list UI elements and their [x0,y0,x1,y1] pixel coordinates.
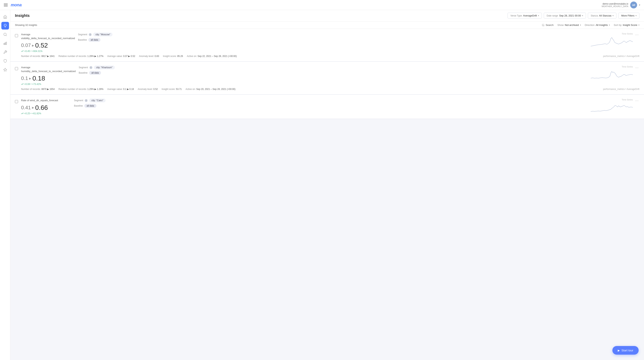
insight-3-val-old: 0.41 [21,105,31,110]
insight-2-active: Active on: Sep 20, 2021 – Sep 28, 2021 (… [186,88,236,90]
insight-2-baseline-label: Baseline [79,72,88,74]
main-content: Insights Verse Type AverageDrift ▾ Date … [10,10,644,360]
insight-3-more-button[interactable]: ⋯ [634,98,640,103]
insight-2-val-new: 0.18 [32,74,45,82]
stanza-arrow-icon: ▾ [612,14,614,17]
sidebar-item-home[interactable] [1,13,9,21]
direction-filter-item[interactable]: Direction All Insights ▾ [585,24,610,26]
direction-label: Direction [585,24,594,26]
home-icon [3,15,7,19]
verse-type-label: Verse Type [510,14,522,17]
svg-rect-3 [5,43,5,45]
insight-3-baseline-label: Baseline [74,104,83,107]
sidebar-item-search[interactable] [1,31,9,38]
show-filter-item[interactable]: Show Not archived ▾ [557,24,581,26]
insight-1-more-button[interactable]: ⋯ [634,32,640,37]
insight-2-segment-label: Segment [79,66,88,69]
date-range-label: Date range [547,14,558,17]
svg-marker-5 [4,68,7,71]
svg-point-0 [4,33,6,36]
insight-2-avg-val: Average value: 0.1 ▶ 0.18 [107,88,134,90]
show-arrow-icon: ▾ [580,24,581,26]
insight-1-score: Insight score: 85.26 [163,55,183,58]
insight-1-segment-label: Segment [78,33,87,36]
trend-up-icon-1 [21,50,24,52]
insight-2-checkbox[interactable] [15,67,18,70]
search-label: Search [546,24,554,26]
insight-3-chart-label: Time Series [591,98,633,101]
hamburger-icon[interactable] [4,4,8,6]
svg-rect-2 [4,43,4,45]
insight-2-more-button[interactable]: ⋯ [634,66,640,70]
insight-2-title: Average humidity_delta_forecast_to_recor… [21,66,76,73]
insights-toolbar: Showing 32 insights Search Show Not arch… [10,22,644,29]
avatar: ad [630,2,637,8]
more-filters-button[interactable]: More Filters ▾ [618,13,640,18]
direction-arrow-icon: ▾ [609,24,610,26]
insight-card-3: Rate of wind_dir_equals_forecast 0.41 ▶ … [10,95,644,119]
sort-label: Sort by [614,24,622,26]
insight-3-title: Rate of wind_dir_equals_forecast [21,98,71,102]
insight-1-val-old: 0.07 [21,42,31,48]
insight-3-baseline-tag: all data [84,104,96,108]
sidebar [0,0,10,360]
showing-count: Showing 32 insights [15,24,37,26]
insight-1-source: performance_metrics • AverageDrift [603,55,640,58]
show-label: Show [557,24,564,26]
info-icon-3[interactable]: i [85,99,88,102]
insight-1-avg-val: Average value: 0.07 ▶ 0.52 [107,55,135,58]
sidebar-item-shield[interactable] [1,57,9,65]
insight-3-segment-label: Segment [74,99,83,102]
insight-2-score: Insight score: 53.71 [162,88,182,90]
filters-row: Verse Type AverageDrift ▾ Date range Sep… [508,13,640,18]
insight-1-checkbox[interactable] [15,34,18,37]
insight-1-baseline-label: Baseline [78,38,87,41]
insight-1-baseline-tag: all data [88,38,100,42]
info-icon-1[interactable]: i [89,33,92,36]
sidebar-item-star[interactable] [1,66,9,74]
insight-1-title: Average visibility_delta_forecast_to_rec… [21,32,75,40]
verse-type-filter[interactable]: Verse Type AverageDrift ▾ [508,13,542,18]
insight-2-source: performance_metrics • AverageDrift [603,88,640,90]
insight-1-val-new: 0.52 [35,42,48,49]
search-toolbar-item[interactable]: Search [542,24,554,26]
insight-3-arrow-icon: ▶ [32,106,34,109]
sidebar-item-charts[interactable] [1,40,9,47]
stanza-filter[interactable]: Stanza All Stanzas ▾ [588,13,616,18]
insight-1-rel-records: Relative number of records: 1.28% ▶ 1.27… [58,55,103,58]
insight-2-anomaly: Anomaly level: 0.52 [138,88,158,90]
more-filters-arrow-icon: ▾ [636,14,636,17]
date-range-arrow-icon: ▾ [582,14,583,17]
insight-2-baseline-tag: all data [89,71,101,75]
start-tour-label: Start tour [622,349,633,352]
more-filters-label: More Filters [621,14,634,17]
svg-line-1 [6,35,6,36]
info-icon-2[interactable]: i [90,66,92,69]
insight-1-segment-tag: city: "Moscow" [93,32,112,36]
insight-card-2: Average humidity_delta_forecast_to_recor… [10,62,644,95]
sidebar-item-tools[interactable] [1,48,9,56]
insight-3-chart [591,102,633,114]
insight-1-chart [591,36,633,48]
tools-icon [3,50,7,54]
date-range-value: Sep 28, 2021 00:00 [559,14,581,17]
insight-1-chart-label: Time Series [591,32,633,35]
insight-3-checkbox[interactable] [15,100,18,103]
account-chevron-icon[interactable]: ▾ [639,4,640,6]
start-tour-button[interactable]: ▶ Start tour [612,346,639,355]
sort-filter-item[interactable]: Sort by Insight Score ▾ [614,24,640,26]
bar-chart-icon [3,42,7,45]
play-icon: ▶ [618,349,620,352]
verse-type-value: AverageDrift [523,14,537,17]
insight-1-active: Active on: Sep 22, 2021 – Sep 28, 2021 (… [187,55,237,58]
user-info: demo-user@monalabs.io WEATHER_HOURLY_DAT… [602,2,628,8]
lightbulb-icon [3,24,7,28]
insight-1-records: Number of records: 8817 ▶ 1641 [21,55,55,58]
date-range-filter[interactable]: Date range Sep 28, 2021 00:00 ▾ [544,13,586,18]
insight-3-trend: +0.25 • +61.82% [21,112,71,115]
trend-up-icon-3 [21,112,24,115]
sidebar-item-insights[interactable] [1,22,9,30]
user-context: WEATHER_HOURLY_DATA [602,5,628,8]
page-header: Insights Verse Type AverageDrift ▾ Date … [10,10,644,22]
trend-up-icon-2 [21,83,24,85]
